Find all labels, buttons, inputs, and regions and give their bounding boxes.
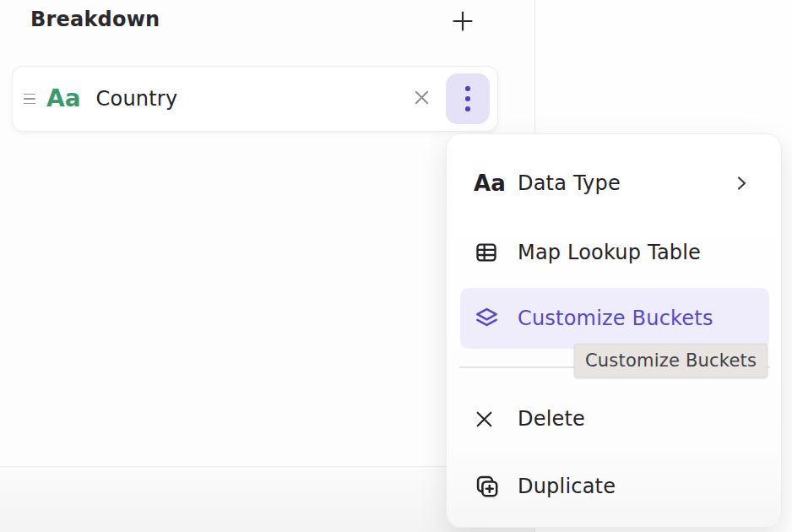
drag-handle-icon[interactable] — [24, 94, 35, 105]
tooltip-text: Customize Buckets — [585, 350, 757, 371]
field-context-menu: Aa Data Type Map Lookup Table — [446, 133, 782, 528]
copy-plus-icon — [474, 473, 502, 500]
page-title: Breakdown — [30, 8, 160, 31]
breakdown-field-row[interactable]: Aa Country — [12, 66, 498, 132]
text-type-icon: Aa — [46, 87, 81, 111]
menu-item-duplicate[interactable]: Duplicate — [460, 464, 769, 508]
menu-item-customize-buckets[interactable]: Customize Buckets — [460, 288, 769, 349]
menu-item-delete[interactable]: Delete — [460, 397, 769, 441]
field-name: Country — [96, 87, 178, 111]
stack-icon — [474, 304, 502, 333]
text-type-icon: Aa — [474, 172, 502, 194]
add-breakdown-button[interactable] — [448, 8, 477, 36]
x-icon — [474, 409, 502, 430]
chevron-right-icon — [736, 174, 747, 193]
plus-icon — [451, 9, 475, 35]
remove-field-button[interactable] — [410, 86, 433, 111]
field-menu-button[interactable] — [446, 73, 490, 124]
menu-item-data-type[interactable]: Aa Data Type — [460, 161, 769, 205]
close-icon — [410, 86, 433, 111]
table-icon — [474, 241, 502, 264]
tooltip: Customize Buckets — [574, 344, 768, 377]
menu-item-map-lookup-table[interactable]: Map Lookup Table — [460, 231, 769, 274]
app-root: Breakdown Aa Country Aa — [0, 0, 792, 532]
